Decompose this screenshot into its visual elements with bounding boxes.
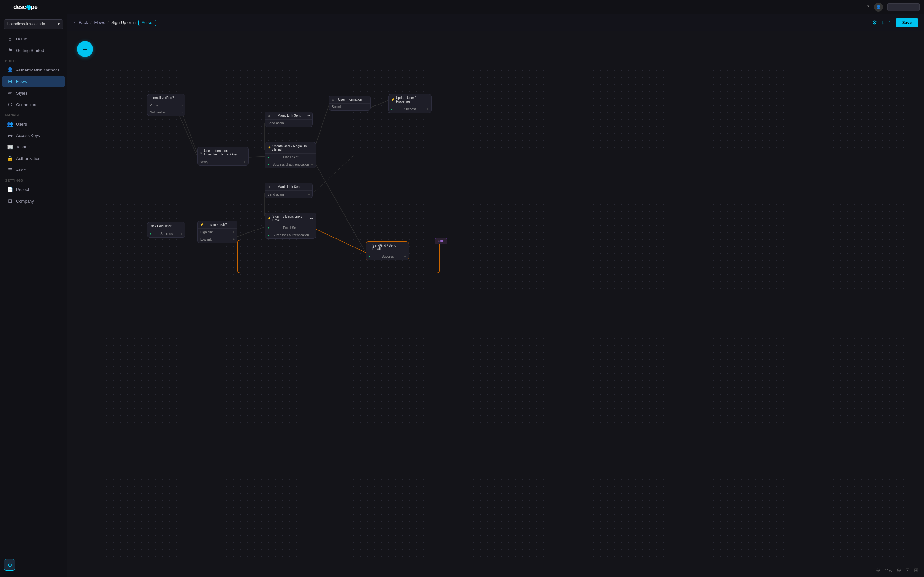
sign-in-magic-node[interactable]: ⚡ Sign In / Magic Link / Email ⋯ ● Email… <box>265 213 316 239</box>
more-icon[interactable]: ⋯ <box>310 146 313 150</box>
more-icon[interactable]: ⋯ <box>242 151 246 155</box>
row-label: Success <box>404 107 417 111</box>
help-icon[interactable]: ? <box>867 4 869 10</box>
zoom-in-icon[interactable]: ⊕ <box>897 567 901 573</box>
flag-icon: ⚑ <box>7 47 13 53</box>
magic-link-2-header: ⊟ Magic Link Sent ⋯ <box>265 183 312 191</box>
email-verified-node[interactable]: Is email verified? ⋯ Verified › Not veri… <box>147 94 186 116</box>
more-icon[interactable]: ⋯ <box>179 96 183 100</box>
search-input[interactable] <box>887 3 919 11</box>
update-magic-header: ⚡ Update User / Magic Link / Email ⋯ <box>265 142 316 153</box>
row-label: Email Sent <box>283 226 298 229</box>
row-label: Not verified <box>150 111 166 114</box>
row-plus: + <box>244 160 246 164</box>
project-icon: 📄 <box>7 187 13 192</box>
grid-icon: ⊟ <box>332 98 334 101</box>
row-label: Success <box>160 232 173 235</box>
layout-icon[interactable]: ⊞ <box>914 567 918 573</box>
styles-icon: ✏ <box>7 90 13 96</box>
more-icon[interactable]: ⋯ <box>365 98 368 101</box>
sidebar-item-getting-started[interactable]: ⚑ Getting Started <box>2 45 65 56</box>
success-row: ● Success + <box>147 230 185 237</box>
node-title: Magic Link Sent <box>278 185 300 189</box>
svg-line-4 <box>311 156 366 253</box>
back-button[interactable]: ← Back <box>73 20 88 25</box>
update-user-props-node[interactable]: ⚡ Update User / Properties ⋯ ● Success + <box>388 94 431 113</box>
save-button[interactable]: Save <box>896 18 918 27</box>
sidebar: boundless-iris-coanda ▾ ⌂ Home ⚑ Getting… <box>0 14 67 577</box>
more-icon[interactable]: ⋯ <box>307 185 310 189</box>
users-icon: 👥 <box>7 121 13 127</box>
user-info-node[interactable]: ⊟ User Information ⋯ Submit › <box>329 95 371 111</box>
more-icon[interactable]: ⋯ <box>425 98 429 102</box>
add-node-button[interactable]: + <box>77 41 93 57</box>
row-label: Submit <box>332 105 342 109</box>
sidebar-item-project[interactable]: 📄 Project <box>2 184 65 195</box>
section-build-label: Build <box>0 56 67 64</box>
sidebar-footer: ⊙ <box>0 556 67 574</box>
row-plus: + <box>311 233 313 237</box>
sidebar-item-home[interactable]: ⌂ Home <box>2 34 65 44</box>
sendgrid-node[interactable]: ✦ SendGrid / Send Email ⋯ ● Success + <box>366 242 409 260</box>
status-badge: Active <box>138 19 156 26</box>
fit-screen-icon[interactable]: ⊡ <box>905 567 909 573</box>
flows-breadcrumb[interactable]: Flows <box>94 20 105 25</box>
zoom-out-icon[interactable]: ⊖ <box>876 567 880 573</box>
project-selector[interactable]: boundless-iris-coanda ▾ <box>4 19 63 29</box>
magic-link-sent-1-node[interactable]: ⊟ Magic Link Sent ⋯ Send again + <box>265 111 313 127</box>
sidebar-item-styles[interactable]: ✏ Styles <box>2 87 65 98</box>
node-title: Update User / Properties <box>396 96 425 103</box>
hamburger-menu[interactable] <box>5 5 10 9</box>
chat-button[interactable]: ⊙ <box>4 559 15 571</box>
node-title: Is email verified? <box>150 96 174 100</box>
submit-row: Submit › <box>329 103 370 110</box>
more-icon[interactable]: ⋯ <box>179 224 183 228</box>
svg-line-10 <box>369 100 388 108</box>
sidebar-item-company[interactable]: ⊞ Company <box>2 195 65 206</box>
success-row: ● Success + <box>366 253 409 260</box>
magic-link-sent-2-node[interactable]: ⊟ Magic Link Sent ⋯ Send again + <box>265 183 313 198</box>
more-icon[interactable]: ⋯ <box>307 114 310 117</box>
settings-icon[interactable]: ⚙ <box>872 19 877 26</box>
back-label: Back <box>79 20 88 25</box>
sendgrid-header: ✦ SendGrid / Send Email ⋯ <box>366 242 409 253</box>
sidebar-label-flows: Flows <box>16 79 27 84</box>
sidebar-label-users: Users <box>16 122 27 127</box>
lightning-icon: ⚡ <box>200 223 204 226</box>
sidebar-label-project: Project <box>16 187 29 192</box>
app-logo: desc◉pe <box>13 3 37 11</box>
upload-icon[interactable]: ↑ <box>888 19 891 26</box>
user-info-unverified-node[interactable]: ⊟ User Information - Unverified - Email … <box>197 147 249 166</box>
lightning-icon: ⚡ <box>391 98 395 101</box>
success-dot: ● <box>368 255 370 258</box>
risk-high-node[interactable]: ⚡ Is risk high? ⋯ High risk + Low risk + <box>197 221 237 243</box>
row-label: Low risk <box>200 238 212 242</box>
risk-calculator-node[interactable]: Risk Calculator ⋯ ● Success + <box>147 222 186 237</box>
sidebar-item-access-keys[interactable]: 🗝 Access Keys <box>2 130 65 141</box>
node-title: Risk Calculator <box>150 224 171 228</box>
sidebar-item-audit[interactable]: ☰ Audit <box>2 164 65 175</box>
lock-icon: 🔒 <box>7 155 13 161</box>
row-label: Send again <box>268 193 284 196</box>
success-dot: ● <box>391 108 393 111</box>
email-sent-2-row: ● Email Sent + <box>265 224 316 231</box>
more-icon[interactable]: ⋯ <box>403 245 406 249</box>
sendgrid-icon: ✦ <box>368 245 371 249</box>
row-plus: + <box>311 163 313 166</box>
sidebar-label-connectors: Connectors <box>16 102 37 107</box>
sidebar-label-styles: Styles <box>16 91 27 95</box>
sidebar-item-authentication-methods[interactable]: 👤 Authentication Methods <box>2 64 65 75</box>
sidebar-item-connectors[interactable]: ⬡ Connectors <box>2 99 65 110</box>
flow-canvas[interactable]: + <box>67 31 924 577</box>
sidebar-item-tenants[interactable]: 🏢 Tenants <box>2 141 65 152</box>
download-icon[interactable]: ↓ <box>881 19 884 26</box>
topbar: desc◉pe ? 👤 <box>0 0 924 14</box>
more-icon[interactable]: ⋯ <box>231 223 234 226</box>
sidebar-item-flows[interactable]: ⊞ Flows <box>2 76 65 87</box>
sidebar-item-authorization[interactable]: 🔒 Authorization <box>2 153 65 164</box>
more-icon[interactable]: ⋯ <box>310 217 313 220</box>
update-user-magic-node[interactable]: ⚡ Update User / Magic Link / Email ⋯ ● E… <box>265 142 316 168</box>
user-avatar[interactable]: 👤 <box>874 3 883 11</box>
sidebar-item-users[interactable]: 👥 Users <box>2 119 65 129</box>
row-plus: + <box>311 226 313 229</box>
